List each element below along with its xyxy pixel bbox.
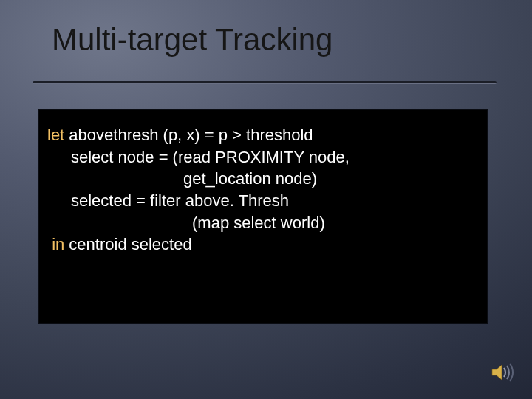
- code-line-6-rest: centroid selected: [64, 235, 191, 253]
- code-block: let abovethresh (p, x) = p > threshold s…: [47, 124, 479, 256]
- code-line-5: (map select world): [47, 212, 479, 234]
- code-line-1: let abovethresh (p, x) = p > threshold: [47, 124, 479, 146]
- keyword-let: let: [47, 126, 64, 144]
- keyword-in: in: [52, 235, 64, 253]
- code-line-6: in centroid selected: [47, 233, 479, 256]
- code-line-3: get_location node): [47, 168, 479, 190]
- code-line-1-rest: abovethresh (p, x) = p > threshold: [64, 126, 313, 144]
- sound-icon: [491, 362, 516, 383]
- title-underline: [33, 81, 497, 84]
- code-line-2: select node = (read PROXIMITY node,: [47, 146, 479, 168]
- code-line-4: selected = filter above. Thresh: [47, 190, 479, 212]
- slide-title: Multi-target Tracking: [52, 22, 332, 58]
